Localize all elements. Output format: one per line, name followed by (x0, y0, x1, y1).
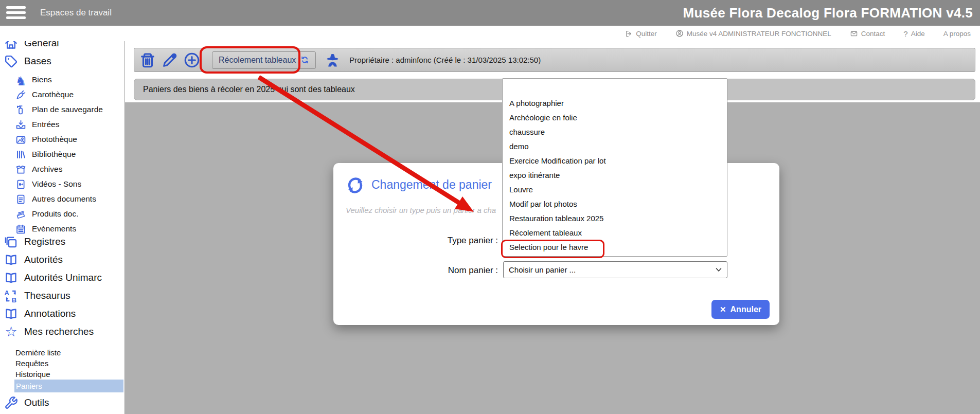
user-icon (675, 29, 684, 38)
owner-info: Propriétaire : adminfonc (Créé le : 31/0… (349, 56, 541, 64)
sidebar-item-biens[interactable]: ♞ Biens (15, 73, 52, 87)
sync-arrows-icon (346, 176, 365, 195)
sidebar-item-registres[interactable]: Registres (4, 234, 65, 249)
svg-text:A: A (5, 289, 9, 297)
type-panier-label: Type panier : (390, 236, 498, 246)
chevron-down-icon (716, 267, 722, 272)
sidebar-item-bibliotheque[interactable]: Bibliothèque (15, 147, 76, 161)
owner-spy-icon (324, 51, 341, 69)
wrench-icon (4, 396, 18, 410)
chess-knight-icon: ♞ (15, 75, 26, 85)
books-icon (15, 149, 26, 160)
open-box-icon (15, 164, 26, 175)
user-menu[interactable]: Musée v4 ADMINISTRATEUR FONCTIONNEL (675, 29, 831, 38)
fire-extinguisher-icon (15, 104, 26, 115)
dialog-subtitle: Veuillez choisir un type puis un panier … (346, 206, 496, 214)
copies-icon (4, 235, 18, 249)
dropdown-option[interactable]: Exercice Modification par lot (503, 154, 727, 168)
add-plus-icon[interactable] (183, 51, 201, 69)
sidebar-item-phototheque[interactable]: Photothèque (15, 132, 77, 147)
sidebar-item-mes-recherches[interactable]: ☆ Mes recherches (4, 324, 94, 339)
dropdown-option[interactable]: chaussure (503, 125, 727, 139)
sidebar-item-videos-sons[interactable]: Vidéos - Sons (15, 177, 81, 191)
dropdown-option[interactable]: expo itinérante (503, 168, 727, 183)
top-bar: Espaces de travail Musée Flora Decalog F… (0, 0, 980, 26)
sidebar-item-plan-de-sauvegarde[interactable]: Plan de sauvegarde (15, 102, 103, 117)
document-icon (15, 194, 26, 205)
about-link[interactable]: A propos (943, 30, 971, 38)
video-file-icon (15, 179, 26, 190)
current-basket-button[interactable]: Récolement tableaux (212, 51, 316, 69)
dropdown-option[interactable]: Restauration tableaux 2025 (503, 211, 727, 226)
sidebar: Général Bases ♞ Biens Carothèque Plan de… (0, 26, 124, 414)
basket-toolbar: Récolement tableaux Propriétaire : admin… (134, 48, 975, 72)
help-link[interactable]: ? Aide (903, 29, 924, 38)
nom-panier-select[interactable]: Choisir un panier ... (503, 261, 727, 278)
dropdown-option[interactable]: A photographier (503, 96, 727, 111)
refresh-icon (300, 56, 309, 64)
sidebar-item-annotations[interactable]: Annotations (4, 306, 76, 321)
carrot-icon (15, 89, 26, 100)
dropdown-option[interactable]: Archéologie en folie (503, 111, 727, 125)
workspace-label: Espaces de travail (40, 0, 112, 26)
dropdown-option-selection-pour-le-havre[interactable]: Selection pour le havre (503, 240, 727, 255)
type-panier-dropdown-list: A photographier Archéologie en folie cha… (502, 78, 727, 257)
question-icon: ? (903, 29, 907, 38)
sidebar-item-historique[interactable]: Historique (15, 369, 50, 380)
sidebar-item-autorites-unimarc[interactable]: Autorités Unimarc (4, 270, 102, 285)
edit-pencil-icon[interactable] (161, 51, 179, 69)
envelope-icon (850, 30, 858, 38)
dialog-title: Changement de panier (371, 178, 492, 192)
contact-link[interactable]: Contact (850, 30, 885, 38)
paper-stack-icon (15, 209, 26, 220)
sidebar-item-carotheque[interactable]: Carothèque (15, 87, 74, 102)
sidebar-item-bases[interactable]: Bases (4, 53, 51, 69)
dropdown-option[interactable]: Récolement tableaux (503, 226, 727, 240)
sidebar-item-produits-doc[interactable]: Produits doc. (15, 207, 78, 221)
cancel-button[interactable]: ✕ Annuler (711, 300, 770, 319)
quit-link[interactable]: Quitter (625, 30, 657, 38)
nom-panier-label: Nom panier : (390, 265, 498, 276)
svg-text:B: B (12, 296, 16, 302)
open-book-icon (4, 271, 18, 285)
sidebar-item-derniere-liste[interactable]: Dernière liste (15, 347, 61, 358)
sidebar-item-thesaurus[interactable]: AB Thesaurus (4, 288, 70, 303)
app-title: Musée Flora Decalog Flora FORMATION v4.5 (683, 0, 973, 26)
dropdown-option[interactable]: demo (503, 139, 727, 154)
close-x-icon: ✕ (720, 305, 726, 314)
star-icon: ☆ (4, 325, 18, 339)
sidebar-item-archives[interactable]: Archives (15, 162, 62, 176)
logout-icon (625, 30, 633, 38)
sidebar-item-autorites[interactable]: Autorités (4, 252, 63, 267)
sidebar-item-requetes[interactable]: Requêtes (15, 358, 48, 369)
a-to-b-sort-icon: AB (4, 289, 18, 303)
dropdown-option[interactable]: Louvre (503, 183, 727, 197)
utility-bar: Quitter Musée v4 ADMINISTRATEUR FONCTION… (0, 26, 980, 41)
dropdown-option[interactable]: Modif par lot photos (503, 197, 727, 211)
hamburger-menu-icon[interactable] (6, 6, 26, 20)
tag-icon (4, 55, 18, 68)
photo-icon (15, 134, 26, 145)
sidebar-item-outils[interactable]: Outils (4, 395, 49, 410)
sidebar-item-autres-documents[interactable]: Autres documents (15, 192, 96, 206)
open-book-icon (4, 307, 18, 321)
calendar-icon (15, 224, 26, 235)
sidebar-item-entrees[interactable]: Entrées (15, 117, 59, 132)
sidebar-item-paniers-selected[interactable]: Paniers (14, 380, 123, 392)
inbox-download-icon (15, 119, 26, 130)
delete-trash-icon[interactable] (139, 51, 156, 69)
open-book-icon (4, 253, 18, 267)
